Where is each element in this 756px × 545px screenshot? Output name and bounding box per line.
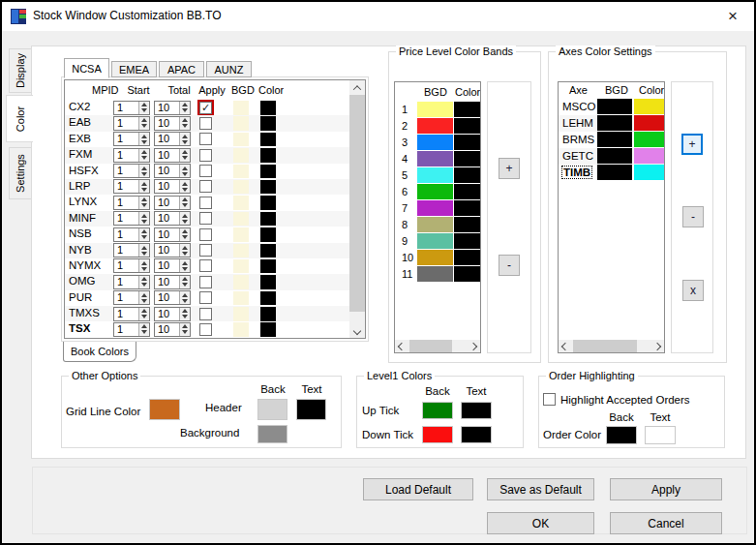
start-spinner[interactable]: 1 <box>113 211 150 226</box>
bgd-swatch[interactable] <box>417 250 453 265</box>
header-back-swatch[interactable] <box>257 399 287 420</box>
spinner-arrows-icon[interactable] <box>138 212 149 225</box>
color-swatch[interactable] <box>454 167 480 183</box>
spin-down-icon[interactable] <box>182 267 188 271</box>
bgd-swatch[interactable] <box>233 180 249 195</box>
color-swatch[interactable] <box>260 275 276 289</box>
spinner-arrows-icon[interactable] <box>138 259 149 272</box>
spin-up-icon[interactable] <box>141 261 147 265</box>
apply-checkbox[interactable] <box>199 308 212 320</box>
up-tick-text-swatch[interactable] <box>461 402 492 419</box>
price-bands-horizontal-scrollbar[interactable] <box>395 340 480 352</box>
spin-down-icon[interactable] <box>182 140 188 144</box>
scroll-left-icon[interactable] <box>395 340 408 352</box>
bgd-swatch[interactable] <box>233 307 249 321</box>
total-spinner[interactable]: 10 <box>154 322 191 337</box>
spin-down-icon[interactable] <box>182 283 188 287</box>
book-colors-bottom-tab[interactable]: Book Colors <box>63 342 136 362</box>
start-spinner[interactable]: 1 <box>113 275 150 289</box>
bgd-swatch[interactable] <box>417 118 453 134</box>
spin-up-icon[interactable] <box>182 182 188 186</box>
spin-down-icon[interactable] <box>182 172 188 176</box>
apply-checkbox[interactable] <box>199 244 212 257</box>
bgd-swatch[interactable] <box>233 244 249 258</box>
spin-down-icon[interactable] <box>182 108 188 112</box>
spin-down-icon[interactable] <box>182 235 188 239</box>
bgd-swatch[interactable] <box>597 148 632 164</box>
spin-up-icon[interactable] <box>141 167 147 170</box>
start-spinner[interactable]: 1 <box>113 132 150 146</box>
spin-up-icon[interactable] <box>182 261 188 265</box>
scroll-right-icon[interactable] <box>650 340 664 352</box>
bgd-swatch[interactable] <box>233 116 249 131</box>
spin-down-icon[interactable] <box>182 220 188 224</box>
bgd-swatch[interactable] <box>417 217 453 232</box>
color-swatch[interactable] <box>260 133 276 147</box>
color-swatch[interactable] <box>634 115 664 131</box>
start-spinner[interactable]: 1 <box>113 101 150 115</box>
spinner-arrows-icon[interactable] <box>138 244 149 257</box>
spin-up-icon[interactable] <box>182 103 188 106</box>
color-swatch[interactable] <box>260 307 276 321</box>
bgd-swatch[interactable] <box>233 101 249 115</box>
spin-down-icon[interactable] <box>141 252 147 256</box>
total-spinner[interactable]: 10 <box>154 275 191 289</box>
color-swatch[interactable] <box>634 148 664 164</box>
spin-up-icon[interactable] <box>182 229 188 233</box>
total-spinner[interactable]: 10 <box>154 258 191 273</box>
spin-down-icon[interactable] <box>141 140 147 144</box>
side-tab-color[interactable]: Color <box>6 95 33 142</box>
color-swatch[interactable] <box>634 132 664 147</box>
remove-band-button[interactable]: - <box>499 255 520 276</box>
spinner-arrows-icon[interactable] <box>179 323 190 336</box>
order-text-swatch[interactable] <box>645 426 676 444</box>
start-spinner[interactable]: 1 <box>113 196 150 210</box>
side-tab-display[interactable]: Display <box>9 48 32 93</box>
apply-checkbox[interactable] <box>199 323 212 336</box>
spinner-arrows-icon[interactable] <box>138 180 149 193</box>
bgd-swatch[interactable] <box>233 227 249 242</box>
apply-checkbox[interactable] <box>199 197 212 209</box>
side-tab-settings[interactable]: Settings <box>9 147 32 199</box>
spin-up-icon[interactable] <box>182 135 188 138</box>
color-swatch[interactable] <box>260 148 276 163</box>
color-swatch[interactable] <box>634 99 664 114</box>
book-tab-emea[interactable]: EMEA <box>111 61 157 77</box>
spin-up-icon[interactable] <box>141 135 147 138</box>
start-spinner[interactable]: 1 <box>113 307 150 321</box>
bgd-swatch[interactable] <box>417 167 453 183</box>
bgd-swatch[interactable] <box>233 212 249 227</box>
bgd-swatch[interactable] <box>417 266 453 282</box>
apply-button[interactable]: Apply <box>610 478 722 500</box>
spinner-arrows-icon[interactable] <box>179 228 190 241</box>
spinner-arrows-icon[interactable] <box>179 244 190 257</box>
scroll-up-icon[interactable] <box>349 80 365 95</box>
spin-down-icon[interactable] <box>141 172 147 176</box>
color-swatch[interactable] <box>454 266 480 282</box>
spin-down-icon[interactable] <box>141 299 147 303</box>
spin-up-icon[interactable] <box>141 309 147 313</box>
down-tick-text-swatch[interactable] <box>461 426 492 443</box>
bgd-swatch[interactable] <box>233 259 249 274</box>
bgd-swatch[interactable] <box>417 151 453 167</box>
color-swatch[interactable] <box>260 259 276 274</box>
color-swatch[interactable] <box>260 227 276 242</box>
spin-up-icon[interactable] <box>141 182 147 186</box>
color-swatch[interactable] <box>260 244 276 258</box>
spinner-arrows-icon[interactable] <box>138 323 149 336</box>
spinner-arrows-icon[interactable] <box>179 308 190 320</box>
start-spinner[interactable]: 1 <box>113 148 150 163</box>
apply-checkbox[interactable] <box>199 133 212 145</box>
spin-up-icon[interactable] <box>141 246 147 250</box>
spinner-arrows-icon[interactable] <box>179 165 190 177</box>
total-spinner[interactable]: 10 <box>154 196 191 210</box>
apply-checkbox[interactable] <box>199 149 212 162</box>
spin-up-icon[interactable] <box>182 246 188 250</box>
spin-down-icon[interactable] <box>141 283 147 287</box>
color-swatch[interactable] <box>260 165 276 179</box>
total-spinner[interactable]: 10 <box>154 211 191 226</box>
color-swatch[interactable] <box>454 200 480 216</box>
spin-down-icon[interactable] <box>141 267 147 271</box>
spin-up-icon[interactable] <box>141 197 147 201</box>
spin-down-icon[interactable] <box>141 330 147 334</box>
